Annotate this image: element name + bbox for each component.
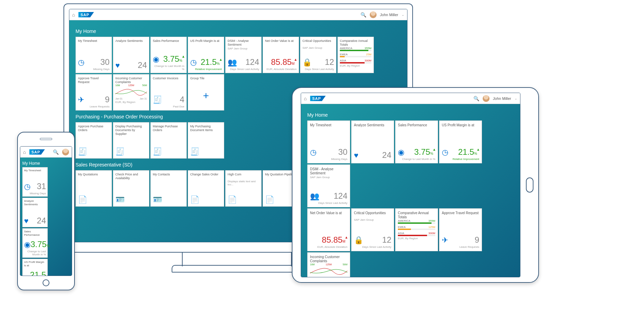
plus-icon[interactable]: + — [190, 83, 222, 108]
tile[interactable]: Critical OpportunitiesSAP Jam Group🔒12Da… — [351, 208, 394, 251]
plane-icon: ✈ — [78, 95, 84, 104]
app-header: ⌂ SAP 🔍 John Miller ⌄ — [69, 9, 407, 20]
avatar[interactable] — [483, 95, 490, 102]
doc-dollar-icon: 🧾 — [78, 147, 87, 156]
doc-icon: 📄 — [190, 195, 199, 204]
tile[interactable]: Display Purchasing Documents by Supplier… — [113, 122, 149, 159]
tile[interactable]: Analyze Sentiments♥24 — [113, 37, 149, 73]
home-icon[interactable]: ⌂ — [23, 149, 26, 155]
tile[interactable]: US Profit Margin is at21.5Relative Impro… — [22, 259, 48, 276]
tile-footer: Missing Days — [78, 68, 110, 71]
chevron-down-icon[interactable]: ⌄ — [402, 13, 404, 16]
tile-title: Sales Performance — [398, 123, 435, 130]
tile-value: 30 — [100, 57, 110, 67]
chevron-down-icon[interactable]: ⌄ — [515, 97, 517, 100]
search-icon[interactable]: 🔍 — [473, 96, 479, 101]
app-header: ⌂ SAP 🔍 — [20, 147, 72, 158]
tile-value: 21.5 — [30, 270, 46, 276]
tile[interactable]: Manage Purchase Orders🧾 — [150, 122, 187, 159]
clock-icon: ◷ — [78, 58, 84, 67]
tile-title: Sales Performance — [24, 230, 46, 237]
tile-title: Comparative Annual Totals — [398, 211, 435, 219]
tile[interactable]: Critical OpportunitiesSAP Jam Group🔒12Da… — [300, 37, 336, 73]
trend-up-icon: ▴ — [477, 147, 479, 151]
tile-footer: Leave Requests — [442, 245, 479, 248]
tile-footer: Relative Improvement — [190, 68, 222, 71]
tile-footer: Days Since Last Activity — [310, 201, 347, 205]
tile-title: DSiM - Analyse Sentiment — [310, 167, 347, 175]
tile[interactable]: Comparative Annual TotalsAMERICA355MEMEA… — [395, 208, 438, 251]
phone-home-button — [43, 279, 49, 286]
person-icon: ◉ — [398, 148, 404, 157]
tile[interactable]: Incoming Customer Complaints16M125M56MJa… — [113, 74, 149, 111]
search-icon[interactable]: 🔍 — [53, 149, 59, 155]
people-icon: 👥 — [228, 58, 237, 67]
tile-footer: EUR, Absolute Deviation — [310, 245, 347, 248]
tile[interactable]: My Timesheet◷31Missing Days — [22, 167, 48, 197]
trend-up-icon: ▴ — [182, 54, 184, 58]
tile[interactable]: Net Order Value is at85.85M▴EUR, Absolut… — [263, 37, 299, 73]
tile-footer: Leave Requests — [78, 105, 110, 108]
tile[interactable]: Check Price and Availability🪪 — [113, 170, 149, 207]
avatar[interactable] — [62, 149, 69, 155]
tile[interactable]: My Quotations📄 — [76, 170, 112, 207]
tile[interactable]: High ComDisplays static text and ico...📄 — [225, 170, 262, 207]
tile[interactable]: My Contacts🪪 — [150, 170, 187, 207]
heart-icon: ♥ — [24, 217, 28, 225]
tile-footer: Days Since Last Activity — [354, 245, 391, 248]
tile-footer: Past Due — [153, 105, 184, 108]
tile[interactable]: My Timesheet◷30Missing Days — [76, 37, 112, 73]
home-icon[interactable]: ⌂ — [304, 96, 307, 101]
tile[interactable]: Sales Performance◉3.75%▴Change to Last M… — [150, 37, 187, 73]
tile-title: Sales Performance — [153, 39, 184, 46]
tile-title: Approve Travel Request — [442, 211, 479, 218]
home-icon[interactable]: ⌂ — [72, 12, 75, 18]
tiles-row-1: My Timesheet◷30Missing DaysAnalyze Senti… — [307, 120, 514, 207]
user-name[interactable]: John Miller — [493, 96, 511, 101]
tile[interactable]: Change Sales Order📄 — [188, 170, 224, 207]
trend-up-icon: ▴ — [220, 57, 222, 61]
heart-icon: ♥ — [354, 151, 358, 160]
tile[interactable]: Net Order Value is at85.85M▴EUR, Absolut… — [307, 208, 350, 251]
tiles-phone: My Timesheet◷31Missing DaysAnalyze Senti… — [22, 167, 70, 276]
tiles-row-1: My Timesheet◷30Missing DaysAnalyze Senti… — [76, 37, 401, 73]
tile-footer: Missing Days — [310, 158, 347, 161]
app-header: ⌂ SAP 🔍 John Miller ⌄ — [301, 93, 520, 104]
tile[interactable]: Approve Purchase Orders🧾 — [76, 122, 112, 159]
tile[interactable]: Incoming Customer Complaints16M125M56MJa… — [307, 252, 350, 277]
tile-title: Critical Opportunities — [302, 39, 334, 46]
tile-footer: Relative Improvement — [442, 158, 479, 161]
tile[interactable]: My Purchasing Document Items🧾 — [188, 122, 224, 159]
tile-value: 24 — [382, 150, 391, 160]
doc-icon: 📄 — [265, 195, 274, 204]
user-name[interactable]: John Miller — [380, 13, 398, 17]
avatar[interactable] — [370, 11, 377, 18]
tile-title: Analyze Sentiments — [24, 199, 46, 206]
tile-subtitle: SAP Jam Group — [354, 218, 391, 221]
tile-title: Display Purchasing Documents by Supplier — [115, 125, 147, 136]
tile[interactable]: DSiM - Analyse SentimentSAP Jam Group👥12… — [307, 164, 350, 207]
tile[interactable]: My Timesheet◷30Missing Days — [307, 120, 350, 163]
tile-value: 31 — [37, 182, 46, 191]
phone-screen: ⌂ SAP 🔍 My Home My Timesheet◷31Missing D… — [20, 146, 72, 276]
tile[interactable]: Group Tile+ — [188, 74, 224, 111]
tile[interactable]: Customer Invoices🧾4Past Due — [150, 74, 187, 111]
lock-icon: 🔒 — [302, 58, 312, 67]
tile-title: Comparative Annual Totals — [340, 39, 371, 47]
tile[interactable]: Sales Performance◉3.75%Change to Last Mo… — [22, 228, 48, 258]
tile[interactable]: US Profit Margin is at◷21.5%▴Relative Im… — [439, 120, 482, 163]
tile-value: 85.85M▴ — [322, 235, 347, 245]
tile[interactable]: Sales Performance◉3.75%▴Change to Last M… — [395, 120, 438, 163]
tile-title: Approve Travel Request — [78, 77, 110, 84]
tile[interactable]: Analyze Sentiments♥24 — [22, 198, 48, 227]
tile[interactable]: Approve Travel Request✈9Leave Requests — [439, 208, 482, 251]
search-icon[interactable]: 🔍 — [360, 12, 366, 18]
tile[interactable]: US Profit Margin is at◷21.5%▴Relative Im… — [188, 37, 224, 73]
tile[interactable]: DSiM - Analyse SentimentSAP Jam Group👥12… — [225, 37, 262, 73]
tile[interactable]: Analyze Sentiments♥24 — [351, 120, 394, 163]
tile-title: My Timesheet — [310, 123, 347, 130]
tile[interactable]: Comparative Annual TotalsAMERICA355MEMEA… — [337, 37, 374, 73]
tile-title: Check Price and Availability — [115, 173, 147, 180]
section-title-home: My Home — [76, 28, 401, 34]
tile[interactable]: Approve Travel Request✈9Leave Requests — [76, 74, 112, 111]
